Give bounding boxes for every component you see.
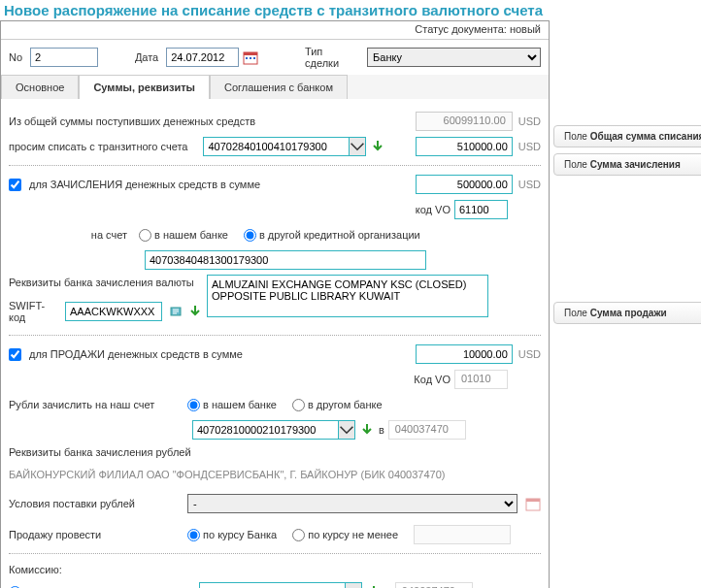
rub-in-label: в (379, 424, 384, 436)
side-tooltips: Поле Общая сумма списания Поле Сумма зач… (550, 20, 701, 588)
radio-bank-rate[interactable]: по курсу Банка (187, 529, 277, 541)
arrow-down-icon[interactable] (366, 584, 382, 588)
vo-label: код VO (416, 204, 451, 215)
to-account-label: на счет (9, 229, 135, 241)
tabs: Основное Суммы, реквизиты Соглашения с б… (1, 75, 549, 99)
vo-input[interactable] (454, 200, 508, 219)
transit-account-combo[interactable] (203, 137, 366, 156)
date-label: Дата (135, 51, 158, 63)
svg-rect-7 (526, 499, 540, 502)
debit-amount-input[interactable] (416, 137, 513, 156)
credit-amount-input[interactable] (416, 175, 513, 194)
chevron-down-icon[interactable] (345, 582, 362, 588)
rub-bic: 040037470 (388, 420, 466, 440)
commission-heading: Комиссию: (9, 562, 541, 577)
swift-lookup-icon[interactable] (170, 304, 185, 319)
sale-vo-label: Код VO (414, 374, 451, 385)
radio-rub-our[interactable]: в нашем банке (187, 399, 277, 411)
credit-bank-text[interactable] (207, 275, 488, 317)
svg-rect-1 (244, 52, 257, 55)
svg-rect-4 (253, 57, 255, 59)
status-label: Статус документа: (415, 23, 507, 35)
tooltip-sale-sum: Поле Сумма продажи (553, 302, 701, 324)
debit-label: просим списать с транзитного счета (9, 141, 187, 152)
no-input[interactable] (30, 48, 98, 67)
rub-credit-label: Рубли зачислить на наш счет (9, 399, 184, 410)
credit-checkbox[interactable] (9, 179, 21, 191)
chevron-down-icon[interactable] (349, 137, 366, 156)
sale-checkbox[interactable] (9, 348, 21, 361)
total-currency: USD (518, 115, 541, 127)
date-input[interactable] (166, 48, 239, 67)
page-title: Новое распоряжение на списание средств с… (0, 0, 701, 20)
credit-bank-label: Реквизиты банка зачисления валюты (9, 275, 203, 290)
svg-rect-2 (246, 57, 248, 59)
swift-input[interactable] (65, 302, 162, 321)
tooltip-credit-sum: Поле Сумма зачисления (553, 153, 701, 176)
total-label: Из общей суммы поступивших денежных сред… (9, 115, 412, 127)
deal-type-label: Тип сделки (305, 46, 359, 69)
arrow-down-icon[interactable] (370, 139, 385, 154)
svg-rect-3 (250, 57, 251, 59)
radio-rub-other[interactable]: в другом банке (292, 399, 383, 411)
sale-label: для ПРОДАЖИ денежных средств в сумме (29, 348, 243, 360)
arrow-down-icon[interactable] (359, 422, 375, 438)
sale-vo-value: 01010 (454, 370, 508, 389)
radio-our-bank[interactable]: в нашем банке (139, 229, 228, 242)
tooltip-total-debit: Поле Общая сумма списания (553, 125, 701, 147)
chevron-down-icon[interactable] (338, 420, 355, 440)
calendar-icon[interactable] (243, 49, 258, 65)
radio-min-rate[interactable]: по курсу не менее (292, 529, 398, 541)
tab-main[interactable]: Основное (1, 75, 79, 99)
commission-bic: 040037470 (395, 582, 473, 588)
swift-label: SWIFT-код (9, 300, 61, 323)
commission-account-combo[interactable] (199, 582, 362, 588)
status-value: новый (510, 23, 541, 35)
sale-currency: USD (518, 348, 541, 360)
sale-exec-label: Продажу провести (9, 529, 184, 540)
radio-other-bank[interactable]: в другой кредитной организации (244, 229, 420, 242)
delivery-select[interactable]: - (187, 494, 517, 513)
rub-account-combo[interactable] (192, 420, 355, 440)
debit-currency: USD (518, 141, 541, 152)
delivery-label: Условия поставки рублей (9, 498, 184, 509)
total-amount: 60099110.00 (416, 112, 513, 131)
min-rate-input[interactable] (414, 525, 511, 544)
swift-arrow-icon[interactable] (187, 304, 203, 319)
rub-bank-text: БАЙКОНУРСКИЙ ФИЛИАЛ ОАО "ФОНДСЕРВИСБАНК"… (9, 469, 446, 480)
tab-agreements[interactable]: Соглашения с банком (210, 75, 348, 99)
deal-type-select[interactable]: Банку (367, 48, 541, 67)
rub-bank-label: Реквизиты банка зачисления рублей (9, 444, 541, 460)
tab-sums[interactable]: Суммы, реквизиты (79, 75, 210, 99)
credit-label: для ЗАЧИСЛЕНИЯ денежных средств в сумме (29, 179, 260, 190)
sale-amount-input[interactable] (416, 344, 513, 364)
no-label: No (9, 51, 22, 63)
credit-currency: USD (518, 179, 541, 190)
form-panel: Статус документа: новый No Дата Тип сдел… (0, 20, 550, 588)
credit-account-input[interactable] (145, 250, 426, 270)
calendar-icon[interactable] (525, 496, 541, 511)
